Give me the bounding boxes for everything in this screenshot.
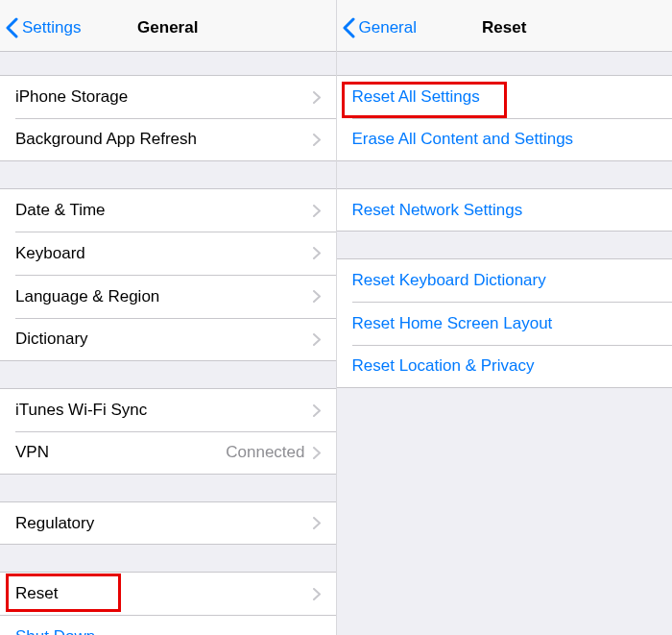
cell-regulatory[interactable]: Regulatory: [0, 501, 336, 545]
reset-pane: General Reset Reset All Settings Erase A…: [337, 0, 673, 635]
cell-label: Keyboard: [15, 244, 313, 263]
cell-label: iTunes Wi-Fi Sync: [15, 401, 313, 420]
cell-bg-app-refresh[interactable]: Background App Refresh: [0, 118, 336, 161]
general-pane: Settings General iPhone Storage Backgrou…: [0, 0, 337, 635]
chevron-right-icon: [313, 404, 321, 417]
cell-language-region[interactable]: Language & Region: [0, 275, 336, 318]
cell-dictionary[interactable]: Dictionary: [0, 318, 336, 361]
chevron-right-icon: [313, 517, 321, 529]
general-content: iPhone Storage Background App Refresh Da…: [0, 52, 336, 635]
cell-label: Language & Region: [15, 287, 313, 306]
group-itunes-vpn: iTunes Wi-Fi Sync VPN Connected: [0, 388, 336, 475]
cell-label: Reset: [15, 584, 313, 603]
group-reset-all: Reset All Settings Erase All Content and…: [337, 75, 673, 161]
cell-iphone-storage[interactable]: iPhone Storage: [0, 75, 336, 118]
group-reset-other: Reset Keyboard Dictionary Reset Home Scr…: [337, 258, 673, 388]
cell-label: Date & Time: [15, 201, 313, 220]
back-to-settings-button[interactable]: Settings: [0, 17, 81, 38]
group-storage: iPhone Storage Background App Refresh: [0, 75, 336, 161]
cell-label: Reset All Settings: [352, 87, 658, 107]
group-regulatory: Regulatory: [0, 501, 336, 545]
cell-detail: Connected: [226, 443, 304, 462]
cell-label: VPN: [15, 443, 226, 462]
cell-itunes-sync[interactable]: iTunes Wi-Fi Sync: [0, 388, 336, 431]
chevron-right-icon: [313, 290, 321, 303]
chevron-right-icon: [313, 205, 321, 217]
cell-erase-all[interactable]: Erase All Content and Settings: [337, 118, 673, 161]
cell-label: Reset Home Screen Layout: [352, 314, 658, 333]
cell-label: Regulatory: [15, 514, 313, 533]
nav-bar-general: Settings General: [0, 0, 336, 52]
cell-reset-keyboard-dict[interactable]: Reset Keyboard Dictionary: [337, 258, 673, 302]
cell-label: Erase All Content and Settings: [352, 130, 658, 149]
cell-date-time[interactable]: Date & Time: [0, 188, 336, 232]
cell-label: Reset Network Settings: [352, 201, 658, 220]
chevron-right-icon: [313, 91, 321, 104]
chevron-right-icon: [313, 333, 321, 346]
back-label: Settings: [22, 18, 81, 37]
cell-label: Background App Refresh: [15, 130, 313, 149]
chevron-left-icon: [343, 17, 355, 38]
group-reset-network: Reset Network Settings: [337, 188, 673, 232]
cell-label: Reset Location & Privacy: [352, 356, 658, 376]
cell-label: iPhone Storage: [15, 87, 313, 107]
back-to-general-button[interactable]: General: [337, 17, 417, 38]
chevron-right-icon: [313, 588, 321, 600]
cell-label: Dictionary: [15, 330, 313, 349]
cell-reset[interactable]: Reset: [0, 572, 336, 615]
group-reset-shutdown: Reset Shut Down: [0, 572, 336, 635]
cell-label: Reset Keyboard Dictionary: [352, 271, 658, 290]
nav-bar-reset: General Reset: [337, 0, 673, 52]
cell-reset-home-layout[interactable]: Reset Home Screen Layout: [337, 302, 673, 345]
cell-reset-location-privacy[interactable]: Reset Location & Privacy: [337, 345, 673, 388]
cell-label: Shut Down: [15, 627, 321, 636]
cell-vpn[interactable]: VPN Connected: [0, 431, 336, 475]
chevron-left-icon: [6, 17, 18, 38]
back-label: General: [359, 18, 417, 37]
group-datetime: Date & Time Keyboard Language & Region D…: [0, 188, 336, 361]
cell-reset-all-settings[interactable]: Reset All Settings: [337, 75, 673, 118]
cell-reset-network[interactable]: Reset Network Settings: [337, 188, 673, 232]
cell-shutdown[interactable]: Shut Down: [0, 615, 336, 635]
chevron-right-icon: [313, 247, 321, 259]
page-title-reset: Reset: [482, 18, 526, 37]
reset-content: Reset All Settings Erase All Content and…: [337, 52, 673, 635]
cell-keyboard[interactable]: Keyboard: [0, 232, 336, 275]
chevron-right-icon: [313, 134, 321, 146]
chevron-right-icon: [313, 447, 321, 459]
page-title-general: General: [137, 18, 198, 37]
app-container: Settings General iPhone Storage Backgrou…: [0, 0, 672, 635]
